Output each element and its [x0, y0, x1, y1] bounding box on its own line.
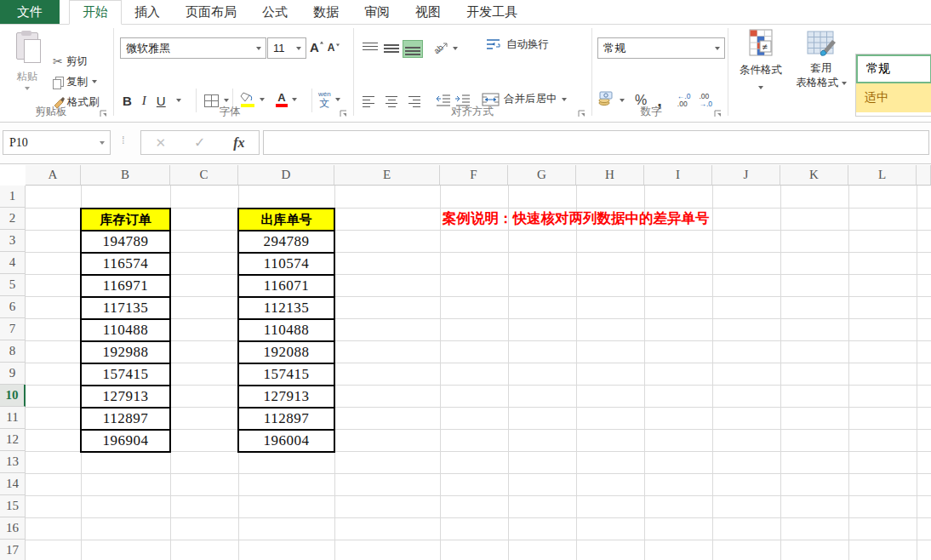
decrease-decimal-button[interactable]: .00→.0 — [699, 93, 712, 109]
row-header-10[interactable]: 10 — [0, 385, 26, 407]
table-cell-D9[interactable]: 157415 — [237, 363, 335, 386]
row-header-3[interactable]: 3 — [0, 230, 26, 252]
column-header-B[interactable]: B — [81, 165, 170, 186]
table-cell-B5[interactable]: 116971 — [80, 274, 171, 298]
underline-button[interactable]: U — [157, 94, 166, 108]
middle-align-button[interactable] — [382, 41, 401, 57]
cut-button[interactable]: ✂ 剪切 — [53, 53, 88, 70]
align-left-button[interactable] — [361, 94, 380, 110]
font-size-combo[interactable]: 11 — [267, 37, 306, 59]
table-cell-B10[interactable]: 127913 — [80, 385, 171, 409]
row-header-1[interactable]: 1 — [0, 186, 26, 208]
table-cell-B4[interactable]: 116574 — [80, 252, 171, 276]
tab-公式[interactable]: 公式 — [249, 0, 300, 24]
orientation-button[interactable]: ab — [433, 39, 450, 58]
bottom-align-button[interactable] — [403, 41, 422, 57]
tab-插入[interactable]: 插入 — [122, 0, 173, 24]
borders-dropdown-icon[interactable] — [224, 99, 229, 102]
conditional-formatting-button[interactable]: ≠ 条件格式 — [734, 29, 788, 93]
table-cell-D12[interactable]: 196004 — [237, 429, 335, 453]
format-as-table-button[interactable]: 套用 表格格式 — [791, 29, 851, 90]
table-header-cell-B2[interactable]: 库存订单 — [80, 208, 171, 231]
cancel-icon[interactable]: ✕ — [155, 135, 166, 151]
font-name-combo[interactable]: 微软雅黑 — [120, 37, 266, 59]
font-color-button[interactable]: A — [276, 93, 288, 107]
tab-数据[interactable]: 数据 — [300, 0, 351, 24]
table-cell-D6[interactable]: 112135 — [237, 296, 335, 320]
table-cell-B7[interactable]: 110488 — [80, 318, 171, 342]
grow-font-button[interactable]: A — [310, 40, 319, 54]
row-header-4[interactable]: 4 — [0, 252, 26, 274]
cell-style-moderate[interactable]: 适中 — [856, 83, 931, 112]
table-cell-B3[interactable]: 194789 — [80, 230, 171, 254]
tab-file[interactable]: 文件 — [0, 0, 60, 24]
table-cell-B11[interactable]: 112897 — [80, 407, 171, 431]
orientation-dropdown-icon[interactable] — [453, 47, 458, 50]
column-header-F[interactable]: F — [440, 165, 508, 186]
tab-开始[interactable]: 开始 — [69, 0, 122, 25]
row-header-2[interactable]: 2 — [0, 208, 26, 230]
formula-bar-splitter[interactable]: ⁞ — [122, 134, 124, 146]
shrink-font-button[interactable]: A — [328, 42, 335, 54]
alignment-dialog-launcher-icon[interactable] — [577, 109, 585, 117]
row-header-17[interactable]: 17 — [0, 540, 26, 560]
row-header-9[interactable]: 9 — [0, 363, 26, 385]
row-header-14[interactable]: 14 — [0, 473, 26, 495]
formula-input[interactable] — [263, 130, 929, 155]
column-header-I[interactable]: I — [644, 165, 712, 186]
fill-color-dropdown-icon[interactable] — [260, 98, 265, 101]
bold-button[interactable]: B — [123, 94, 132, 108]
tab-审阅[interactable]: 审阅 — [351, 0, 403, 24]
tab-开发工具[interactable]: 开发工具 — [454, 0, 530, 24]
font-color-dropdown-icon[interactable] — [292, 98, 297, 101]
column-header-J[interactable]: J — [712, 165, 780, 186]
name-box[interactable]: P10 — [3, 130, 111, 155]
row-header-15[interactable]: 15 — [0, 495, 26, 517]
column-header-C[interactable]: C — [170, 165, 238, 186]
accounting-dropdown-icon[interactable] — [620, 99, 625, 102]
insert-function-icon[interactable]: fx — [233, 135, 244, 151]
column-header-K[interactable]: K — [780, 165, 848, 186]
align-center-button[interactable] — [382, 94, 401, 110]
row-header-5[interactable]: 5 — [0, 274, 26, 296]
table-cell-D3[interactable]: 294789 — [237, 230, 335, 254]
align-right-button[interactable] — [403, 94, 422, 110]
column-header-D[interactable]: D — [238, 165, 334, 186]
table-cell-B8[interactable]: 192988 — [80, 340, 171, 364]
table-cell-D7[interactable]: 110488 — [237, 318, 335, 342]
table-cell-B9[interactable]: 157415 — [80, 363, 171, 386]
row-header-16[interactable]: 16 — [0, 517, 26, 540]
table-cell-D4[interactable]: 110574 — [237, 252, 335, 276]
copy-button[interactable]: 复制 — [53, 73, 97, 90]
row-header-11[interactable]: 11 — [0, 407, 26, 429]
paste-button[interactable]: 粘贴 — [5, 31, 49, 112]
paste-dropdown-icon[interactable] — [25, 87, 30, 90]
row-header-7[interactable]: 7 — [0, 318, 26, 340]
table-cell-D8[interactable]: 192088 — [237, 340, 335, 364]
phonetic-dropdown-icon[interactable] — [335, 98, 340, 101]
number-format-combo[interactable]: 常规 — [597, 37, 725, 59]
column-header-E[interactable]: E — [334, 165, 440, 186]
column-header-H[interactable]: H — [576, 165, 644, 186]
font-dialog-launcher-icon[interactable] — [339, 109, 347, 117]
italic-button[interactable]: I — [142, 94, 146, 108]
tab-页面布局[interactable]: 页面布局 — [173, 0, 249, 24]
enter-icon[interactable]: ✓ — [194, 134, 205, 151]
column-header-G[interactable]: G — [508, 165, 576, 186]
row-header-13[interactable]: 13 — [0, 451, 26, 473]
underline-dropdown-icon[interactable] — [176, 99, 181, 102]
column-header-partial[interactable] — [917, 165, 931, 186]
table-cell-B6[interactable]: 117135 — [80, 296, 171, 320]
table-header-cell-D2[interactable]: 出库单号 — [237, 208, 335, 231]
phonetic-guide-button[interactable]: wén 文 — [318, 91, 331, 108]
top-align-button[interactable] — [361, 41, 380, 57]
table-cell-D5[interactable]: 116071 — [237, 274, 335, 298]
row-header-12[interactable]: 12 — [0, 429, 26, 451]
row-header-8[interactable]: 8 — [0, 340, 26, 363]
row-header-6[interactable]: 6 — [0, 296, 26, 318]
cell-style-normal[interactable]: 常规 — [856, 54, 931, 83]
number-dialog-launcher-icon[interactable] — [713, 109, 722, 117]
tab-视图[interactable]: 视图 — [403, 0, 454, 24]
clipboard-dialog-launcher-icon[interactable] — [99, 109, 107, 117]
column-header-A[interactable]: A — [26, 165, 81, 186]
